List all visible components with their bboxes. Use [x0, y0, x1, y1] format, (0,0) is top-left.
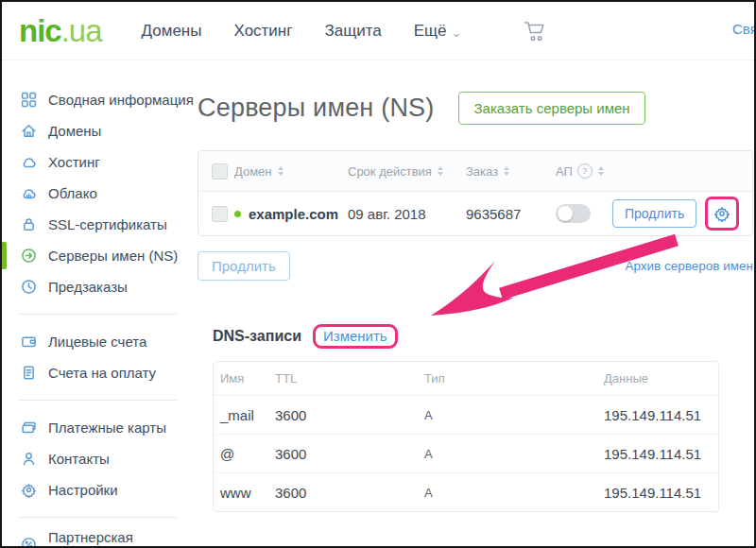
record-ttl: 3600: [275, 407, 424, 423]
sidebar-divider: [19, 517, 177, 518]
person-icon: [21, 451, 37, 467]
dns-col-type: Тип: [424, 371, 604, 385]
main-nav: Домены Хостинг Защита Ещё⌄: [142, 21, 549, 42]
record-ttl: 3600: [275, 485, 424, 501]
record-data: 195.149.114.51: [604, 407, 711, 423]
home-icon: [21, 123, 37, 139]
dns-section-title: DNS-записи: [213, 328, 301, 345]
sidebar-item-preorders[interactable]: Предзаказы: [2, 271, 196, 302]
record-name: www: [220, 485, 275, 501]
select-all-checkbox[interactable]: [212, 163, 228, 180]
contact-link[interactable]: Свя: [732, 21, 756, 37]
dns-col-ttl: TTL: [275, 371, 424, 385]
record-name: @: [220, 446, 275, 462]
record-data: 195.149.114.51: [604, 485, 711, 501]
dns-section: DNS-записи Изменить Имя TTL Тип Данные _…: [198, 324, 753, 512]
ns-table-row: example.com 09 авг. 2018 9635687 Продлит…: [198, 192, 752, 235]
invoice-icon: [21, 365, 37, 381]
order-name-servers-button[interactable]: Заказать серверы имен: [458, 92, 644, 125]
active-indicator-bar: [2, 242, 7, 269]
gear-highlight-box: [705, 197, 739, 231]
sidebar-item-settings[interactable]: Настройки: [2, 474, 196, 505]
shopping-cart-icon[interactable]: [524, 21, 548, 42]
column-header-ap[interactable]: АП?: [556, 163, 612, 179]
main-content: Серверы имен (NS) Заказать серверы имен …: [196, 60, 756, 545]
sidebar-item-partner-program[interactable]: Партнерская программа: [2, 529, 196, 548]
gear-icon: [21, 482, 37, 498]
sort-icon: [504, 166, 509, 176]
column-header-domain[interactable]: Домен: [234, 164, 348, 179]
dns-col-data: Данные: [604, 371, 711, 385]
expiry-cell: 09 авг. 2018: [348, 206, 466, 222]
grid-icon: [21, 92, 37, 108]
edit-highlight-box: Изменить: [313, 324, 398, 349]
dns-edit-link[interactable]: Изменить: [323, 328, 387, 344]
payment-cards-icon: [21, 420, 37, 436]
page-title: Серверы имен (NS): [198, 94, 434, 123]
nav-protection[interactable]: Защита: [324, 22, 381, 41]
dns-table-header-row: Имя TTL Тип Данные: [214, 362, 718, 396]
sidebar-item-summary[interactable]: Сводная информация: [2, 84, 196, 115]
record-type: A: [424, 486, 604, 500]
sort-icon: [278, 166, 284, 176]
nav-domains[interactable]: Домены: [142, 22, 202, 41]
column-header-expiry[interactable]: Срок действия: [348, 164, 466, 179]
help-icon[interactable]: ?: [577, 163, 593, 179]
dns-record-row: _mail 3600 A 195.149.114.51: [214, 396, 718, 435]
auto-renew-toggle[interactable]: [556, 204, 591, 223]
chevron-down-icon: ⌄: [452, 26, 462, 40]
clock-icon: [21, 279, 37, 295]
row-checkbox[interactable]: [212, 206, 228, 222]
record-name: _mail: [220, 407, 275, 423]
dns-record-row: www 3600 A 195.149.114.51: [214, 473, 718, 511]
dns-col-name: Имя: [220, 371, 275, 385]
record-type: A: [424, 408, 604, 422]
top-header: nic.ua Домены Хостинг Защита Ещё⌄ Свя: [2, 2, 754, 60]
domain-cell: example.com: [234, 206, 348, 222]
sidebar-divider: [19, 400, 177, 401]
sidebar-divider: [19, 314, 177, 315]
sidebar-item-domains[interactable]: Домены: [2, 115, 196, 146]
sidebar-item-accounts[interactable]: Лицевые счета: [2, 326, 196, 357]
sidebar-item-invoices[interactable]: Счета на оплату: [2, 357, 196, 388]
wallet-icon: [21, 334, 37, 350]
nic-ua-app-window: nic.ua Домены Хостинг Защита Ещё⌄ Свя: [0, 0, 756, 548]
sidebar-item-cloud[interactable]: Облако: [2, 178, 196, 209]
ns-table-header-row: Домен Срок действия Заказ АП?: [198, 151, 752, 192]
toggle-knob: [558, 206, 573, 221]
sort-icon: [438, 166, 443, 176]
bulk-renew-button[interactable]: Продлить: [198, 251, 290, 281]
sidebar: Сводная информация Домены Хостинг Об: [2, 60, 196, 545]
record-data: 195.149.114.51: [604, 446, 711, 462]
lock-icon: [21, 216, 37, 232]
record-ttl: 3600: [275, 446, 424, 462]
order-number-cell: 9635687: [466, 206, 556, 222]
sidebar-item-payment-cards[interactable]: Платежные карты: [2, 412, 196, 443]
cloud-icon: [21, 154, 37, 170]
sidebar-item-hosting[interactable]: Хостинг: [2, 146, 196, 178]
cloud-chart-icon: [21, 185, 37, 201]
sidebar-item-name-servers[interactable]: Серверы имен (NS): [2, 240, 196, 271]
status-dot: [234, 211, 241, 217]
row-renew-button[interactable]: Продлить: [612, 199, 696, 228]
arrow-circle-icon: [21, 248, 37, 264]
archive-link[interactable]: Архив серверов имен: [625, 259, 753, 273]
name-servers-table: Домен Срок действия Заказ АП? example.co…: [198, 150, 753, 236]
record-type: A: [424, 447, 604, 461]
dns-records-table: Имя TTL Тип Данные _mail 3600 A 195.149.…: [213, 361, 719, 512]
nic-ua-logo[interactable]: nic.ua: [19, 13, 102, 49]
nav-more[interactable]: Ещё⌄: [414, 22, 462, 41]
row-settings-gear-icon[interactable]: [713, 205, 730, 222]
nav-hosting[interactable]: Хостинг: [233, 22, 292, 41]
sidebar-item-contacts[interactable]: Контакты: [2, 443, 196, 474]
percent-circle-icon: [21, 537, 37, 548]
sidebar-item-ssl[interactable]: SSL-сертификаты: [2, 209, 196, 240]
sort-icon: [598, 166, 604, 176]
dns-record-row: @ 3600 A 195.149.114.51: [214, 435, 718, 473]
column-header-order[interactable]: Заказ: [466, 164, 556, 179]
